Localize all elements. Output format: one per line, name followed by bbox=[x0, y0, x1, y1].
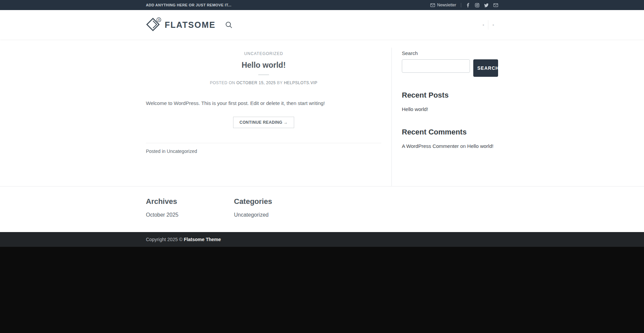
top-bar: ADD ANYTHING HERE OR JUST REMOVE IT... N… bbox=[0, 0, 644, 10]
page: ADD ANYTHING HERE OR JUST REMOVE IT... N… bbox=[0, 0, 644, 333]
post-category-link[interactable]: UNCATEGORIZED bbox=[244, 51, 283, 56]
category-link[interactable]: Uncategorized bbox=[234, 212, 269, 218]
posted-in: Posted in Uncategorized bbox=[146, 143, 381, 167]
comment-author-link[interactable]: A WordPress Commenter bbox=[402, 143, 459, 149]
newsletter-envelope-icon bbox=[430, 3, 435, 7]
copyright-text: Copyright 2025 © bbox=[146, 237, 182, 242]
comment-post-link[interactable]: Hello world! bbox=[467, 143, 493, 149]
newsletter-label: Newsletter bbox=[437, 3, 456, 7]
site-logo[interactable]: 3 FLATSOME bbox=[146, 17, 216, 32]
recent-comments-list: A WordPress Commenter on Hello world! bbox=[402, 142, 498, 151]
archives-heading: Archives bbox=[146, 197, 234, 206]
email-icon[interactable] bbox=[493, 3, 498, 7]
posted-in-category-link[interactable]: Uncategorized bbox=[167, 149, 197, 154]
recent-posts-heading: Recent Posts bbox=[402, 91, 498, 100]
search-widget-label: Search bbox=[402, 50, 498, 56]
footer-widgets: Archives October 2025 Categories Uncateg… bbox=[0, 186, 644, 232]
post-date-link[interactable]: OCTOBER 15, 2025 bbox=[236, 80, 276, 85]
search-widget: Search SEARCH bbox=[402, 50, 498, 77]
comment-connector: on bbox=[460, 143, 466, 149]
post-excerpt: Welcome to WordPress. This is your first… bbox=[146, 99, 381, 107]
meta-posted-on-label: POSTED ON bbox=[210, 80, 235, 85]
site-logo-text: FLATSOME bbox=[165, 20, 216, 30]
posted-in-label: Posted in bbox=[146, 149, 165, 154]
header-menu: - - bbox=[479, 20, 498, 30]
sidebar: Search SEARCH Recent Posts Hello world! … bbox=[391, 48, 498, 186]
logo-badge: 3 bbox=[158, 18, 160, 21]
recent-comment-item: A WordPress Commenter on Hello world! bbox=[402, 142, 498, 151]
search-icon bbox=[225, 21, 233, 29]
copyright-bar: Copyright 2025 © Flatsome Theme bbox=[0, 232, 644, 247]
topbar-divider bbox=[461, 3, 461, 7]
search-input[interactable] bbox=[402, 59, 470, 73]
meta-by-label: BY bbox=[277, 80, 283, 85]
main-content: UNCATEGORIZED Hello world! POSTED ON OCT… bbox=[146, 40, 498, 186]
instagram-icon[interactable] bbox=[475, 3, 479, 7]
continue-reading-button[interactable]: CONTINUE READING → bbox=[233, 117, 294, 128]
post-title: Hello world! bbox=[146, 61, 381, 70]
title-divider bbox=[258, 74, 269, 75]
twitter-icon[interactable] bbox=[484, 3, 489, 7]
site-header: 3 FLATSOME - - bbox=[0, 10, 644, 40]
list-item: Hello world! bbox=[402, 105, 498, 114]
recent-posts-list: Hello world! bbox=[402, 105, 498, 114]
post-author-link[interactable]: HELPSLOTS.VIP bbox=[284, 80, 317, 85]
recent-comments-heading: Recent Comments bbox=[402, 128, 498, 136]
menu-item-1[interactable]: - bbox=[479, 22, 488, 27]
post-meta: POSTED ON OCTOBER 15, 2025 BY HELPSLOTS.… bbox=[146, 80, 381, 85]
recent-post-link[interactable]: Hello world! bbox=[402, 106, 428, 112]
post-article: UNCATEGORIZED Hello world! POSTED ON OCT… bbox=[146, 48, 391, 186]
copyright-brand: Flatsome Theme bbox=[184, 237, 221, 242]
categories-widget: Categories Uncategorized bbox=[234, 197, 322, 218]
archive-link[interactable]: October 2025 bbox=[146, 212, 178, 218]
archives-widget: Archives October 2025 bbox=[146, 197, 234, 218]
menu-item-2[interactable]: - bbox=[488, 22, 498, 27]
facebook-icon[interactable] bbox=[466, 3, 470, 7]
search-row: SEARCH bbox=[402, 59, 498, 77]
bottom-filler bbox=[0, 247, 644, 333]
search-toggle[interactable] bbox=[225, 21, 233, 29]
continue-reading-row: CONTINUE READING → bbox=[146, 117, 381, 128]
flatsome-diamond-logo-icon: 3 bbox=[146, 17, 161, 32]
topbar-message: ADD ANYTHING HERE OR JUST REMOVE IT... bbox=[146, 3, 231, 7]
search-button[interactable]: SEARCH bbox=[473, 59, 498, 77]
categories-heading: Categories bbox=[234, 197, 322, 206]
post-category: UNCATEGORIZED bbox=[146, 50, 381, 56]
newsletter-link[interactable]: Newsletter bbox=[430, 3, 456, 7]
topbar-links: Newsletter bbox=[430, 3, 498, 7]
